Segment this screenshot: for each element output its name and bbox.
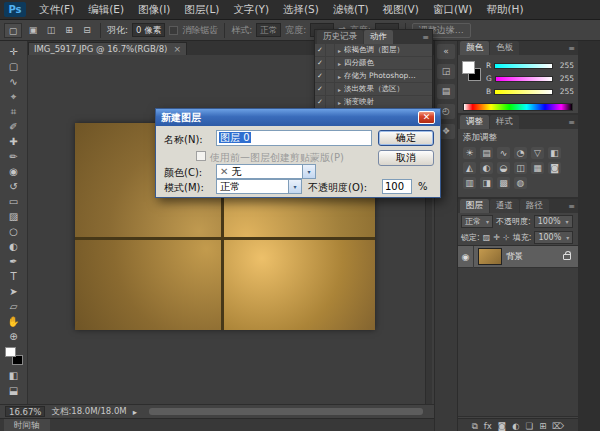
feather-input[interactable]: 0 像素 [132, 23, 165, 37]
zoom-level-field[interactable]: 16.67% [5, 406, 45, 417]
clipping-mask-checkbox[interactable] [196, 151, 206, 161]
menu-window[interactable]: 窗口(W) [426, 0, 480, 19]
info-panel-icon[interactable]: ◲ [437, 64, 455, 79]
intersect-selection-icon[interactable]: ⊟ [80, 23, 94, 37]
blend-mode-select[interactable]: 正常 ▾ [461, 215, 493, 228]
quick-mask-icon[interactable]: ◧ [2, 368, 26, 383]
layer-group-icon[interactable]: ❏ [526, 421, 534, 431]
cancel-button[interactable]: 取消 [378, 150, 434, 166]
menu-edit[interactable]: 编辑(E) [81, 0, 131, 19]
foreground-background-swatches[interactable] [4, 347, 24, 365]
move-tool[interactable]: ✛ [2, 44, 26, 59]
tab-actions[interactable]: 动作 [364, 30, 393, 44]
menu-view[interactable]: 视图(V) [375, 0, 425, 19]
tab-swatches[interactable]: 色板 [490, 41, 519, 55]
tab-timeline[interactable]: 时间轴 [4, 419, 50, 431]
tab-paths[interactable]: 路径 [520, 199, 549, 213]
action-check-icon[interactable]: ✓ [315, 70, 326, 83]
close-tab-icon[interactable]: × [173, 44, 181, 54]
quick-selection-tool[interactable]: ⌖ [2, 89, 26, 104]
layer-thumbnail[interactable] [478, 248, 502, 265]
invert-icon[interactable]: ◙ [548, 162, 561, 174]
pen-tool[interactable]: ✒ [2, 254, 26, 269]
antialias-checkbox[interactable] [169, 26, 178, 35]
menu-filter[interactable]: 滤镜(T) [326, 0, 376, 19]
selective-color-icon[interactable]: ◍ [514, 177, 527, 189]
photo-filter-icon[interactable]: ◒ [497, 162, 510, 174]
action-check-icon[interactable]: ✓ [315, 57, 326, 70]
zoom-tool[interactable]: ⊕ [2, 329, 26, 344]
tab-history[interactable]: 历史记录 [317, 30, 363, 44]
eyedropper-tool[interactable]: ✐ [2, 119, 26, 134]
action-check-icon[interactable]: ✓ [315, 96, 326, 109]
panel-menu-icon[interactable]: ≡ [568, 202, 575, 211]
exposure-icon[interactable]: ◔ [514, 147, 527, 159]
channel-mixer-icon[interactable]: ◫ [514, 162, 527, 174]
marquee-tool[interactable]: ▢ [2, 59, 26, 74]
blue-slider[interactable] [494, 89, 553, 95]
green-value[interactable]: 255 [556, 74, 574, 83]
screen-mode-icon[interactable]: ⬓ [2, 383, 26, 398]
ok-button[interactable]: 确定 [378, 130, 434, 146]
gradient-tool[interactable]: ▨ [2, 209, 26, 224]
visibility-eye-icon[interactable]: ◉ [458, 246, 474, 268]
histogram-panel-icon[interactable]: ▤ [437, 84, 455, 99]
levels-icon[interactable]: ▤ [480, 147, 493, 159]
action-toggle-cell[interactable] [326, 44, 335, 57]
color-lookup-icon[interactable]: ▦ [531, 162, 544, 174]
red-value[interactable]: 255 [556, 61, 574, 70]
panel-menu-icon[interactable]: ≡ [568, 44, 575, 53]
close-icon[interactable]: ✕ [418, 111, 435, 124]
foreground-color-swatch[interactable] [5, 347, 16, 357]
layer-mask-icon[interactable]: ◙ [498, 421, 506, 431]
menu-image[interactable]: 图像(I) [131, 0, 177, 19]
link-layers-icon[interactable]: ⧉ [472, 421, 478, 431]
tab-styles[interactable]: 样式 [490, 115, 519, 129]
path-selection-tool[interactable]: ➤ [2, 284, 26, 299]
expand-arrow-icon[interactable]: ▸ [335, 99, 344, 106]
menu-layer[interactable]: 图层(L) [177, 0, 226, 19]
color-spectrum-ramp[interactable] [463, 103, 573, 111]
adjustment-layer-icon[interactable]: ◐ [512, 421, 519, 431]
crop-tool[interactable]: ⌗ [2, 104, 26, 119]
color-swatch-pair[interactable] [462, 61, 484, 83]
threshold-icon[interactable]: ◨ [480, 177, 493, 189]
action-toggle-cell[interactable] [326, 57, 335, 70]
current-tool-icon[interactable]: ▢ [4, 23, 22, 38]
expand-arrow-icon[interactable]: ▸ [335, 47, 344, 54]
lock-transparent-icon[interactable]: ▨ [483, 233, 491, 242]
action-item[interactable]: ✓ ▸ 棕褐色调（图层） [315, 44, 432, 57]
gradient-map-icon[interactable]: ▩ [497, 177, 510, 189]
expand-arrow-icon[interactable]: ▸ [335, 60, 344, 67]
action-toggle-cell[interactable] [326, 83, 335, 96]
action-check-icon[interactable]: ✓ [315, 83, 326, 96]
posterize-icon[interactable]: ▥ [463, 177, 476, 189]
layer-effects-icon[interactable]: fx [484, 421, 492, 431]
dialog-opacity-input[interactable]: 100 [382, 179, 412, 194]
action-item[interactable]: ✓ ▸ 四分颜色 [315, 57, 432, 70]
style-select[interactable]: 正常 [256, 23, 281, 37]
layer-row-background[interactable]: ◉ 背景 [458, 246, 578, 268]
menu-file[interactable]: 文件(F) [32, 0, 81, 19]
tab-layers[interactable]: 图层 [460, 199, 489, 213]
opacity-select[interactable]: 100% ▾ [534, 215, 573, 228]
expand-arrow-icon[interactable]: ▸ [335, 86, 344, 93]
hue-saturation-icon[interactable]: ◧ [548, 147, 561, 159]
tab-channels[interactable]: 通道 [490, 199, 519, 213]
menu-select[interactable]: 选择(S) [276, 0, 326, 19]
dialog-title-bar[interactable]: 新建图层 ✕ [156, 109, 440, 126]
black-white-icon[interactable]: ◐ [480, 162, 493, 174]
action-toggle-cell[interactable] [326, 96, 335, 109]
vibrance-icon[interactable]: ▽ [531, 147, 544, 159]
collapse-panels-icon[interactable]: « [437, 44, 455, 59]
curves-icon[interactable]: ∿ [497, 147, 510, 159]
blend-mode-dialog-select[interactable]: 正常 ▾ [216, 179, 302, 194]
tab-adjustments[interactable]: 调整 [460, 115, 489, 129]
dodge-tool[interactable]: ◐ [2, 239, 26, 254]
subtract-selection-icon[interactable]: ⊞ [62, 23, 76, 37]
hand-tool[interactable]: ✋ [2, 314, 26, 329]
action-item[interactable]: ✓ ▸ 存储为 Photoshop… [315, 70, 432, 83]
lock-position-icon[interactable]: ⊹ [503, 233, 510, 242]
delete-layer-icon[interactable]: ⌦ [552, 421, 564, 431]
menu-help[interactable]: 帮助(H) [479, 0, 530, 19]
